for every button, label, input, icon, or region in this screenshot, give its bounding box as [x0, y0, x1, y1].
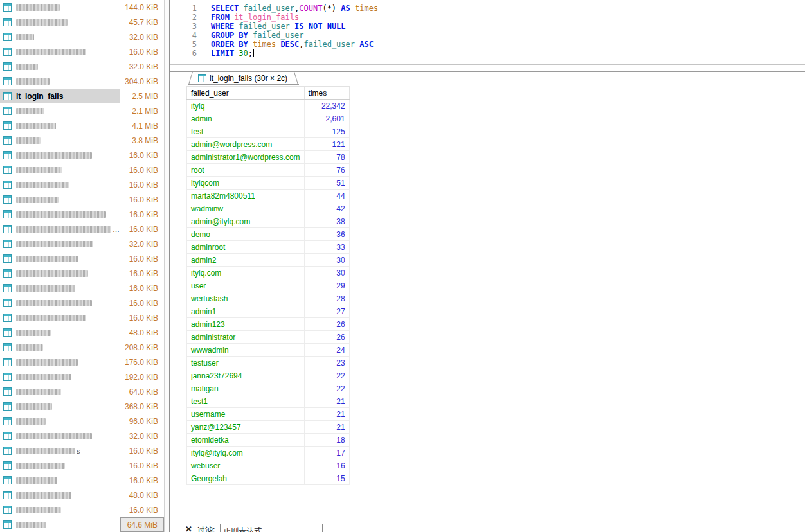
table-row[interactable]: 192.0 KiB: [0, 369, 164, 384]
sidebar-scrollbar[interactable]: [164, 0, 170, 532]
grid-row[interactable]: Georgelah15: [187, 472, 350, 485]
table-row[interactable]: s16.0 KiB: [0, 443, 164, 458]
cell-times[interactable]: 36: [304, 228, 349, 241]
grid-row[interactable]: testuser23: [187, 357, 350, 369]
cell-failed-user[interactable]: itylq.com: [187, 267, 305, 279]
cell-times[interactable]: 22,342: [304, 100, 349, 112]
grid-row[interactable]: admin12326: [187, 318, 350, 331]
cell-times[interactable]: 38: [304, 215, 349, 228]
grid-row[interactable]: test121: [187, 395, 350, 408]
cell-times[interactable]: 29: [304, 279, 349, 292]
cell-failed-user[interactable]: user: [187, 279, 305, 292]
cell-failed-user[interactable]: itylq: [187, 100, 305, 112]
cell-failed-user[interactable]: admin: [187, 112, 305, 125]
grid-row[interactable]: username21: [187, 408, 350, 421]
grid-row[interactable]: demo36: [187, 228, 350, 241]
grid-row[interactable]: itylqcom51: [187, 177, 350, 190]
cell-times[interactable]: 2,601: [304, 112, 349, 125]
grid-header-times[interactable]: times: [304, 87, 349, 100]
cell-times[interactable]: 78: [304, 151, 349, 164]
table-row[interactable]: 64.0 KiB: [0, 384, 164, 399]
grid-header-failed-user[interactable]: failed_user: [187, 87, 305, 100]
table-row[interactable]: 16.0 KiB: [0, 44, 164, 59]
cell-times[interactable]: 42: [304, 202, 349, 215]
cell-failed-user[interactable]: matigan: [187, 382, 305, 395]
cell-times[interactable]: 21: [304, 395, 349, 408]
grid-row[interactable]: test125: [187, 125, 350, 138]
table-row[interactable]: 16.0 KiB: [0, 163, 164, 177]
grid-row[interactable]: webuser16: [187, 459, 350, 472]
table-row[interactable]: 32.0 KiB: [0, 429, 164, 443]
table-row[interactable]: 45.7 KiB: [0, 15, 164, 30]
cell-failed-user[interactable]: admin123: [187, 318, 305, 331]
table-row[interactable]: …16.0 KiB: [0, 222, 164, 236]
cell-failed-user[interactable]: itylq@itylq.com: [187, 447, 305, 459]
cell-failed-user[interactable]: wwwadmin: [187, 344, 305, 357]
grid-row[interactable]: admin2,601: [187, 112, 350, 125]
cell-times[interactable]: 33: [304, 241, 349, 254]
cell-times[interactable]: 27: [304, 305, 349, 318]
cell-failed-user[interactable]: Georgelah: [187, 472, 305, 485]
cell-times[interactable]: 44: [304, 190, 349, 202]
cell-failed-user[interactable]: test1: [187, 395, 305, 408]
sql-editor[interactable]: 1SELECT failed_user,COUNT(*) AS times2FR…: [170, 0, 805, 65]
table-row[interactable]: 48.0 KiB: [0, 325, 164, 340]
grid-row[interactable]: root76: [187, 164, 350, 177]
cell-failed-user[interactable]: wadminw: [187, 202, 305, 215]
cell-times[interactable]: 21: [304, 408, 349, 421]
cell-failed-user[interactable]: test: [187, 125, 305, 138]
table-row[interactable]: 16.0 KiB: [0, 266, 164, 281]
cell-times[interactable]: 21: [304, 421, 349, 434]
cell-failed-user[interactable]: admin1: [187, 305, 305, 318]
cell-times[interactable]: 26: [304, 331, 349, 344]
cell-times[interactable]: 24: [304, 344, 349, 357]
table-row[interactable]: 32.0 KiB: [0, 30, 164, 44]
cell-failed-user[interactable]: adminroot: [187, 241, 305, 254]
table-row[interactable]: 3.8 MiB: [0, 133, 164, 148]
cell-times[interactable]: 22: [304, 382, 349, 395]
grid-row[interactable]: admin230: [187, 254, 350, 267]
grid-row[interactable]: administrator26: [187, 331, 350, 344]
close-filter-button[interactable]: ✕: [185, 524, 192, 532]
cell-times[interactable]: 76: [304, 164, 349, 177]
cell-times[interactable]: 121: [304, 138, 349, 151]
grid-row[interactable]: marta82m480051144: [187, 190, 350, 202]
table-row[interactable]: 32.0 KiB: [0, 59, 164, 74]
cell-failed-user[interactable]: admin@wordpress.com: [187, 138, 305, 151]
cell-failed-user[interactable]: itylqcom: [187, 177, 305, 190]
grid-row[interactable]: adminroot33: [187, 241, 350, 254]
grid-row[interactable]: wadminw42: [187, 202, 350, 215]
table-row[interactable]: 16.0 KiB: [0, 473, 164, 488]
cell-times[interactable]: 18: [304, 434, 349, 447]
table-row[interactable]: 16.0 KiB: [0, 148, 164, 163]
cell-failed-user[interactable]: administrator1@wordpress.com: [187, 151, 305, 164]
grid-row[interactable]: administrator1@wordpress.com78: [187, 151, 350, 164]
cell-failed-user[interactable]: yanz@123457: [187, 421, 305, 434]
cell-failed-user[interactable]: etomidetka: [187, 434, 305, 447]
grid-row[interactable]: janna23t7269422: [187, 369, 350, 382]
grid-row[interactable]: itylq22,342: [187, 100, 350, 112]
cell-failed-user[interactable]: wertuslash: [187, 292, 305, 305]
cell-failed-user[interactable]: marta82m4800511: [187, 190, 305, 202]
cell-failed-user[interactable]: testuser: [187, 357, 305, 369]
table-row[interactable]: 16.0 KiB: [0, 251, 164, 266]
cell-times[interactable]: 26: [304, 318, 349, 331]
cell-failed-user[interactable]: webuser: [187, 459, 305, 472]
cell-times[interactable]: 23: [304, 357, 349, 369]
grid-row[interactable]: itylq.com30: [187, 267, 350, 279]
table-row[interactable]: 16.0 KiB: [0, 207, 164, 222]
table-row[interactable]: it_login_fails2.5 MiB: [0, 89, 164, 103]
grid-row[interactable]: admin@wordpress.com121: [187, 138, 350, 151]
table-row[interactable]: 16.0 KiB: [0, 192, 164, 207]
grid-row[interactable]: etomidetka18: [187, 434, 350, 447]
cell-failed-user[interactable]: admin@itylq.com: [187, 215, 305, 228]
grid-row[interactable]: wertuslash28: [187, 292, 350, 305]
cell-failed-user[interactable]: root: [187, 164, 305, 177]
table-row[interactable]: 64.6 MiB: [0, 517, 164, 532]
filter-input[interactable]: 正则表达式: [220, 524, 323, 532]
table-row[interactable]: 144.0 KiB: [0, 0, 164, 15]
table-row[interactable]: 16.0 KiB: [0, 296, 164, 310]
table-row[interactable]: 304.0 KiB: [0, 74, 164, 89]
cell-times[interactable]: 30: [304, 267, 349, 279]
table-row[interactable]: 16.0 KiB: [0, 458, 164, 473]
